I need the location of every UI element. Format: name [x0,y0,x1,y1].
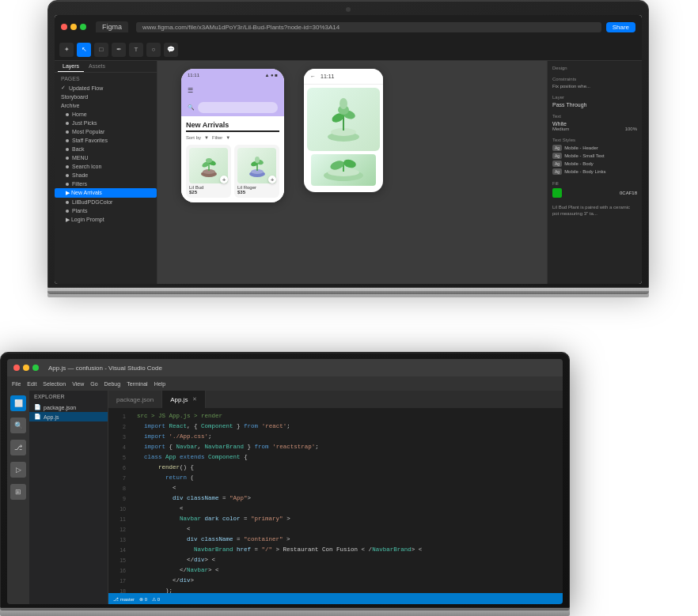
text-tool[interactable]: T [129,43,143,57]
vscode-status-bar: ⎇ master ⊗ 0 ⚠ 0 [108,593,563,604]
layer-filters[interactable]: Filters [55,180,157,188]
code-line-15: NavbarBrand href = "/" > Restaurant Con … [137,545,556,555]
constraints-section: Constraints Fix position whe... [552,77,637,89]
assets-tab[interactable]: Assets [84,61,110,72]
layer-home[interactable]: Home [55,110,157,119]
layer-lilbud[interactable]: LilBudPDGColor [55,198,157,206]
warnings-status: ⚠ 0 [152,596,160,602]
layer-just-picks[interactable]: Just Picks [55,119,157,127]
page-storyboard[interactable]: Storyboard [55,93,157,101]
top-laptop-bezel: Figma www.figma.com/file/x3AMu1dPoY3r/Li… [47,0,649,288]
top-laptop-camera [346,7,351,12]
layer-back[interactable]: Back [55,145,157,153]
close-window-btn[interactable] [61,24,67,30]
bottom-laptop: App.js — confusion - Visual Studio Code … [0,352,570,616]
lil-roger-price: $35 [237,190,276,195]
style-mobile-body: Ag Mobile - Body [552,161,637,167]
svg-point-23 [343,158,357,169]
top-laptop-hinge [47,291,649,294]
maximize-window-btn[interactable] [80,24,86,30]
vscode-close-btn[interactable] [13,365,20,371]
code-line-2: import React, { Component } from 'react'… [137,421,556,432]
code-editor[interactable]: src > JS App.js > render import React, {… [131,408,563,593]
bottom-laptop-bezel: App.js — confusion - Visual Studio Code … [0,352,570,608]
menu-debug[interactable]: Debug [104,381,121,387]
menu-edit[interactable]: Edit [27,381,36,387]
sidebar-package-json[interactable]: 📄 package.json [29,402,108,412]
search-activity-icon[interactable]: 🔍 [10,418,26,433]
scene: Figma www.figma.com/file/x3AMu1dPoY3r/Li… [0,0,698,616]
explorer-icon[interactable]: ⬜ [10,395,26,411]
menu-terminal[interactable]: Terminal [127,381,147,387]
vscode-window-title: App.js — confusion - Visual Studio Code [48,365,162,372]
fill-color-swatch[interactable] [552,188,562,198]
text-styles-section: Text Styles Ag Mobile - Header Ag Mobile… [552,138,637,175]
fix-position-value: Fix position whe... [552,84,637,89]
git-icon[interactable]: ⎇ [10,440,26,455]
minimize-window-btn[interactable] [70,24,77,30]
top-laptop: Figma www.figma.com/file/x3AMu1dPoY3r/Li… [47,0,649,297]
menu-selection[interactable]: Selection [43,381,66,387]
code-line-14: div className = "container" > [137,535,556,545]
line-numbers: 1 2 3 4 5 6 7 8 9 10 11 [108,408,131,593]
tab-package-json[interactable]: package.json [108,391,162,408]
window-controls [61,24,86,30]
layer-most-popular[interactable]: Most Popular [55,127,157,136]
constraints-label: Constraints [552,77,637,81]
frame-tool[interactable]: □ [94,43,108,57]
shape-tool[interactable]: ○ [146,43,161,57]
menu-help[interactable]: Help [154,381,165,387]
layer-new-arrivals[interactable]: ▶ New Arrivals [55,188,157,198]
figma-logo-icon[interactable]: ✦ [59,43,74,57]
debug-activity-icon[interactable]: ▷ [10,462,26,478]
layer-search-icon[interactable]: Search Icon [55,162,157,171]
vscode-editor: package.json App.js ✕ 1 2 3 [108,391,563,604]
layer-login-prompt[interactable]: ▶ Login Prompt [55,215,157,225]
figma-share-button[interactable]: Share [606,22,635,32]
url-bar[interactable]: www.figma.com/file/x3AMu1dPoY3r/Lil-Bud-… [136,22,601,32]
editor-tab-bar: package.json App.js ✕ [108,391,563,408]
code-line-17: </Navbar> < [137,565,556,576]
vscode-body: ⬜ 🔍 ⎇ ▷ ⊞ Explorer 📄 package.json [7,391,563,604]
editor-content-area: 1 2 3 4 5 6 7 8 9 10 11 [108,408,563,593]
page-updated-flow[interactable]: ✓ Updated Flow [55,83,157,93]
browser-tab[interactable]: Figma [96,21,128,32]
errors-status: ⊗ 0 [139,596,147,602]
pages-section-label: Pages [55,73,157,83]
bottom-laptop-hinge [0,608,570,610]
comment-tool[interactable]: 💬 [164,43,178,57]
fill-section: Fill 0CAF18 [552,181,637,198]
extensions-icon[interactable]: ⊞ [10,484,26,500]
figma-main-toolbar: ✦ ↖ □ ✒ T ○ 💬 [55,39,642,61]
text-color-value: White [552,121,637,127]
menu-go[interactable]: Go [90,381,97,387]
add-lil-roger-btn[interactable]: + [268,176,276,183]
bottom-laptop-screen: App.js — confusion - Visual Studio Code … [7,359,563,604]
menu-view[interactable]: View [72,381,84,387]
detail-plant-image [307,88,380,151]
product-card-lil-roger: + Lil Roger $35 [234,145,279,198]
mobile-search-input[interactable] [198,102,278,113]
layer-menu[interactable]: MENU [55,153,157,162]
vscode-titlebar: App.js — confusion - Visual Studio Code [7,359,563,376]
tab-app-js[interactable]: App.js ✕ [162,391,206,408]
code-line-13: < [137,524,556,535]
layer-section-label: Layer [552,95,637,100]
sidebar-app-js[interactable]: 📄 App.js [29,412,108,421]
vscode-minimize-btn[interactable] [23,365,29,371]
cursor-tool[interactable]: ↖ [77,43,91,57]
add-lil-bud-btn[interactable]: + [220,176,228,183]
git-branch-status: ⎇ master [113,596,135,602]
code-line-8: return ( [137,473,556,483]
figma-right-panel: Design Constraints Fix position whe... L… [547,61,642,284]
layers-tab[interactable]: Layers [58,61,84,72]
layer-staff-favorites[interactable]: Staff Favorites [55,136,157,145]
page-archive[interactable]: Archive [55,101,157,110]
layer-plants[interactable]: Plants [55,206,157,215]
text-section-label: Text [552,114,637,119]
menu-file[interactable]: File [12,381,21,387]
layer-shade[interactable]: Shade [55,171,157,180]
pen-tool[interactable]: ✒ [112,43,126,57]
design-tab-label: Design [552,66,637,70]
vscode-maximize-btn[interactable] [32,365,39,371]
